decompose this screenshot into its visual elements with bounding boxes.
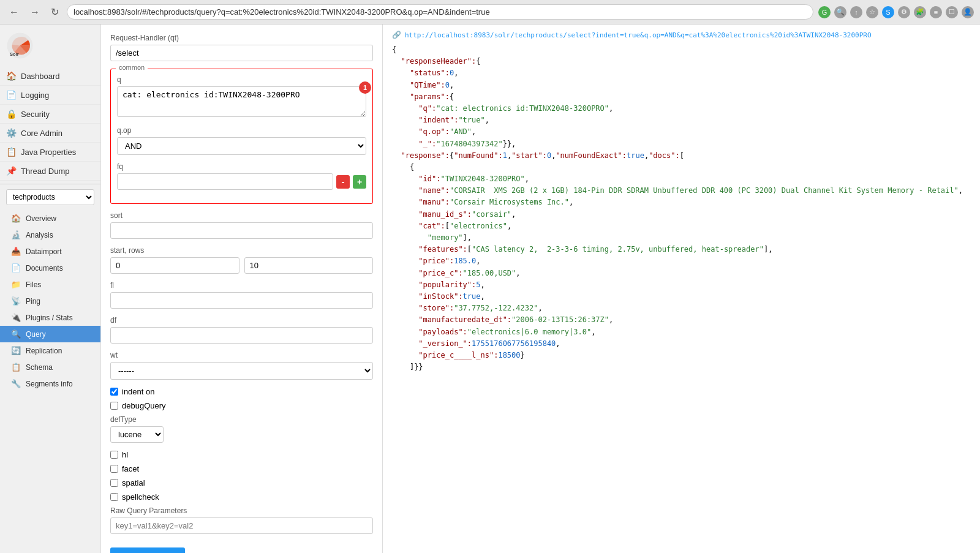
fl-input[interactable] [110, 292, 373, 309]
sidebar-item-dashboard[interactable]: 🏠Dashboard [0, 67, 100, 86]
collection-nav-item-analysis[interactable]: 🔬Analysis [0, 227, 100, 243]
execute-query-button[interactable]: Execute Query [110, 547, 185, 553]
bookmark-icon[interactable]: ☆ [866, 6, 878, 18]
q-input[interactable]: cat: electronics id:TWINX2048-3200PRO [117, 86, 366, 117]
window-icon[interactable]: ☐ [946, 6, 958, 18]
sidebar-item-security[interactable]: 🔒Security [0, 105, 100, 124]
common-label: common [116, 64, 148, 71]
debug-query-checkbox[interactable] [110, 402, 118, 410]
wt-select[interactable]: ------ json xml csv [110, 362, 373, 380]
main-nav: 🏠Dashboard📄Logging🔒Security⚙️Core Admin📋… [0, 67, 100, 181]
result-url[interactable]: http://localhost:8983/solr/techproducts/… [405, 31, 872, 39]
df-input[interactable] [110, 327, 373, 344]
collection-nav-item-dataimport[interactable]: 📥Dataimport [0, 243, 100, 260]
sidebar-divider [0, 184, 100, 184]
sidebar: Solr 🏠Dashboard📄Logging🔒Security⚙️Core A… [0, 24, 101, 553]
avatar-icon[interactable]: 👤 [962, 6, 974, 18]
start-rows-container [110, 257, 373, 274]
json-result: { "responseHeader":{ "status":0, "QTime"… [392, 44, 971, 373]
sidebar-item-core-admin[interactable]: ⚙️Core Admin [0, 124, 100, 143]
logging-icon: 📄 [6, 90, 16, 100]
query-icon: 🔍 [11, 329, 21, 339]
start-rows-label: start, rows [110, 246, 373, 255]
raw-params-group: Raw Query Parameters [110, 506, 373, 534]
request-handler-input[interactable] [110, 45, 373, 61]
logo-area: Solr [0, 24, 100, 67]
google-icon[interactable]: G [818, 6, 831, 18]
address-bar[interactable] [67, 4, 813, 20]
documents-icon: 📄 [11, 263, 21, 273]
files-label: Files [26, 280, 41, 289]
forward-button[interactable]: → [27, 6, 43, 19]
debug-query-label: debugQuery [122, 401, 166, 410]
sidebar-item-java-properties[interactable]: 📋Java Properties [0, 143, 100, 162]
share-icon[interactable]: ↑ [850, 6, 862, 18]
svg-text:Solr: Solr [10, 51, 19, 57]
sidebar-item-logging[interactable]: 📄Logging [0, 86, 100, 105]
facet-label: facet [122, 464, 139, 473]
facet-checkbox[interactable] [110, 465, 118, 473]
sidebar-item-thread-dump[interactable]: 📌Thread Dump [0, 162, 100, 181]
collection-nav: 🏠Overview🔬Analysis📥Dataimport📄Documents📁… [0, 210, 100, 392]
fq-remove-button[interactable]: - [336, 175, 350, 189]
df-group: df [110, 316, 373, 344]
security-icon: 🔒 [6, 109, 16, 119]
collection-nav-item-replication[interactable]: 🔄Replication [0, 342, 100, 359]
spellcheck-row: spellcheck [110, 492, 373, 502]
hl-row: hl [110, 450, 373, 459]
reload-button[interactable]: ↻ [48, 5, 62, 19]
analysis-icon: 🔬 [11, 230, 21, 239]
search-icon[interactable]: 🔍 [834, 6, 846, 18]
collection-nav-item-schema[interactable]: 📋Schema [0, 359, 100, 375]
collection-nav-item-segments-info[interactable]: 🔧Segments info [0, 375, 100, 392]
overview-label: Overview [26, 214, 56, 223]
settings-icon[interactable]: ⚙ [898, 6, 910, 18]
core-admin-icon: ⚙️ [6, 128, 16, 138]
collection-nav-item-files[interactable]: 📁Files [0, 276, 100, 293]
java-properties-icon: 📋 [6, 147, 16, 157]
extensions-icon[interactable]: 🧩 [914, 6, 926, 18]
collection-nav-item-query[interactable]: 🔍Query [0, 326, 100, 342]
collection-nav-item-ping[interactable]: 📡Ping [0, 293, 100, 309]
spatial-row: spatial [110, 478, 373, 487]
rows-input[interactable] [244, 257, 374, 274]
ping-label: Ping [26, 297, 40, 306]
collection-nav-item-overview[interactable]: 🏠Overview [0, 210, 100, 227]
collection-select[interactable]: techproducts [6, 189, 94, 205]
spellcheck-checkbox[interactable] [110, 493, 118, 501]
indent-row: indent on [110, 387, 373, 396]
q-op-select[interactable]: AND OR [117, 137, 366, 155]
sort-input[interactable] [110, 222, 373, 239]
fq-row: - + [117, 173, 366, 190]
q-group: q cat: electronics id:TWINX2048-3200PRO … [117, 75, 366, 119]
dashboard-icon: 🏠 [6, 71, 16, 81]
overview-icon: 🏠 [11, 214, 21, 223]
segments-info-label: Segments info [26, 380, 73, 388]
start-input[interactable] [110, 257, 239, 274]
schema-label: Schema [26, 363, 53, 372]
spatial-checkbox[interactable] [110, 479, 118, 487]
fq-label: fq [117, 162, 366, 171]
hl-checkbox[interactable] [110, 451, 118, 459]
documents-label: Documents [26, 264, 63, 273]
fq-add-button[interactable]: + [353, 175, 366, 189]
files-icon: 📁 [11, 280, 21, 289]
solr-logo-icon: Solr [6, 32, 34, 59]
back-button[interactable]: ← [6, 6, 22, 19]
collection-nav-item-documents[interactable]: 📄Documents [0, 260, 100, 276]
collection-selector: techproducts [6, 189, 94, 205]
schema-icon: 📋 [11, 363, 21, 372]
collection-nav-item-plugins-stats[interactable]: 🔌Plugins / Stats [0, 309, 100, 326]
menu-icon[interactable]: ≡ [930, 6, 942, 18]
result-panel: 🔗 http://localhost:8983/solr/techproduct… [383, 24, 980, 553]
raw-params-input[interactable] [110, 517, 373, 534]
extension-icon[interactable]: S [882, 6, 894, 18]
indent-checkbox[interactable] [110, 388, 118, 396]
facet-row: facet [110, 464, 373, 473]
def-type-select[interactable]: lucene edismax dismax [110, 426, 164, 443]
fq-input[interactable] [117, 173, 333, 190]
raw-params-label: Raw Query Parameters [110, 506, 373, 515]
sort-group: sort [110, 211, 373, 239]
dashboard-label: Dashboard [21, 72, 60, 81]
thread-dump-icon: 📌 [6, 166, 16, 176]
